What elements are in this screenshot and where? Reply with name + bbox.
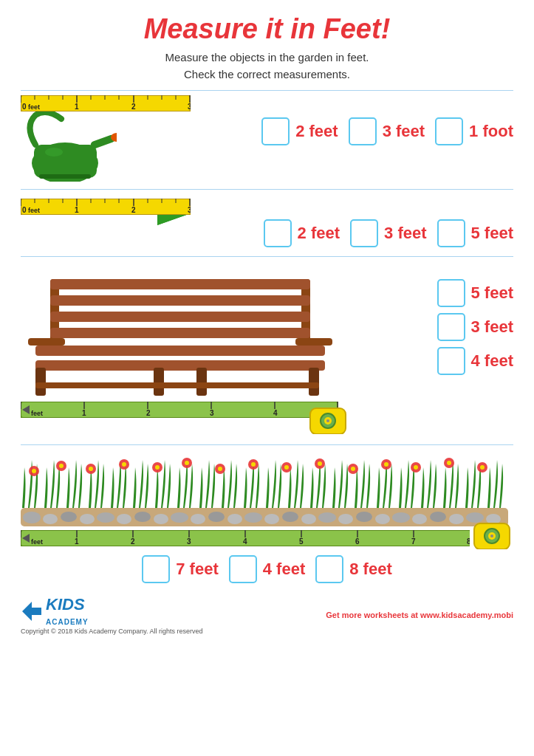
choice-s3-4feet: 4 feet — [437, 347, 513, 375]
bench-area: feet 1 2 3 4 5 — [21, 264, 430, 437]
svg-marker-164 — [22, 602, 41, 621]
label-s2-5feet: 5 feet — [471, 224, 513, 243]
svg-point-111 — [32, 469, 36, 473]
tape-measure-icon-2 — [473, 520, 513, 549]
svg-point-133 — [384, 462, 388, 467]
label-1foot: 1 foot — [469, 122, 513, 141]
svg-text:1: 1 — [75, 537, 79, 546]
svg-text:0: 0 — [22, 103, 27, 111]
footer-left: KIDS ACADEMY Copyright © 2018 Kids Acade… — [21, 595, 203, 635]
checkbox-2feet[interactable] — [261, 117, 290, 145]
choice-3feet: 3 feet — [349, 117, 425, 145]
subtitle: Measure the objects in the garden in fee… — [21, 49, 513, 83]
divider-1 — [21, 90, 513, 91]
footer-copyright: Copyright © 2018 Kids Academy Company. A… — [21, 628, 203, 635]
svg-point-92 — [171, 512, 188, 523]
svg-point-121 — [185, 461, 189, 465]
svg-text:4: 4 — [273, 409, 278, 417]
svg-point-101 — [338, 514, 353, 524]
checkbox-s3-5feet[interactable] — [437, 279, 465, 307]
svg-text:2: 2 — [131, 103, 136, 111]
ruler-4: feet 1 2 3 4 5 6 7 8 — [21, 530, 470, 546]
section4-choices: 7 feet 4 feet 8 feet — [21, 555, 513, 583]
logo: KIDS ACADEMY — [21, 595, 89, 628]
label-s4-7feet: 7 feet — [176, 560, 218, 579]
svg-point-82 — [326, 419, 329, 422]
svg-point-119 — [155, 465, 160, 470]
label-s3-4feet: 4 feet — [471, 351, 513, 371]
svg-point-104 — [392, 512, 410, 523]
garden-icon — [21, 453, 508, 526]
svg-point-106 — [430, 512, 446, 522]
checkbox-s2-5feet[interactable] — [437, 219, 465, 247]
svg-point-95 — [227, 514, 242, 524]
checkbox-3feet[interactable] — [349, 117, 377, 145]
page: Measure it in Feet! Measure the objects … — [0, 0, 534, 756]
svg-point-91 — [154, 514, 168, 524]
svg-rect-52 — [50, 279, 310, 289]
svg-text:feet: feet — [31, 538, 43, 546]
section3-choices: 5 feet 3 feet 4 feet — [437, 264, 513, 375]
choice-s3-3feet: 3 feet — [437, 313, 513, 341]
svg-rect-58 — [28, 338, 65, 346]
section1-choices: 2 feet 3 feet 1 foot — [198, 117, 513, 145]
watering-can-icon — [21, 111, 117, 182]
svg-rect-65 — [21, 402, 338, 418]
svg-rect-64 — [35, 382, 319, 388]
svg-point-139 — [480, 465, 485, 470]
svg-point-105 — [412, 514, 427, 524]
section-shovel: 0 feet 1 2 3 — [21, 194, 513, 252]
svg-text:feet: feet — [28, 103, 40, 111]
label-s4-4feet: 4 feet — [263, 560, 305, 579]
svg-point-23 — [45, 148, 63, 157]
svg-text:3: 3 — [210, 409, 214, 417]
label-s4-8feet: 8 feet — [349, 560, 391, 579]
choice-2feet: 2 feet — [261, 117, 338, 145]
checkbox-s4-8feet[interactable] — [315, 555, 343, 583]
choice-1foot: 1 foot — [435, 117, 513, 145]
divider-2 — [21, 189, 513, 190]
checkbox-s4-4feet[interactable] — [229, 555, 257, 583]
svg-point-127 — [284, 465, 289, 470]
section-garden: feet 1 2 3 4 5 6 7 8 7 feet — [21, 450, 513, 586]
choice-s2-5feet: 5 feet — [437, 219, 513, 247]
svg-point-137 — [447, 461, 451, 465]
svg-text:3: 3 — [187, 537, 191, 546]
checkbox-s2-3feet[interactable] — [350, 219, 378, 247]
svg-point-88 — [97, 512, 114, 523]
svg-point-96 — [244, 512, 262, 523]
choice-s2-3feet: 3 feet — [350, 219, 426, 247]
bench-icon — [21, 264, 338, 397]
svg-point-115 — [89, 467, 93, 471]
section-bench: feet 1 2 3 4 5 — [21, 261, 513, 440]
svg-point-84 — [23, 512, 41, 523]
svg-point-123 — [218, 467, 222, 471]
label-s3-5feet: 5 feet — [471, 284, 513, 303]
divider-4 — [21, 444, 513, 445]
shovel-area: 0 feet 1 2 3 — [21, 199, 191, 244]
svg-point-97 — [264, 514, 279, 524]
svg-rect-62 — [154, 368, 164, 396]
ruler-1: 0 feet 1 2 3 — [21, 95, 191, 111]
svg-rect-54 — [50, 312, 310, 322]
checkbox-1foot[interactable] — [435, 117, 463, 145]
checkbox-s4-7feet[interactable] — [142, 555, 170, 583]
checkbox-s2-2feet[interactable] — [264, 219, 292, 247]
ruler-2: 0 feet 1 2 3 — [21, 199, 191, 215]
svg-point-129 — [318, 461, 322, 466]
svg-point-86 — [61, 512, 77, 522]
checkbox-s3-3feet[interactable] — [437, 313, 465, 341]
svg-rect-55 — [50, 328, 310, 338]
svg-text:8: 8 — [467, 537, 470, 546]
svg-text:6: 6 — [355, 537, 360, 546]
svg-rect-28 — [21, 199, 191, 215]
logo-academy-text: ACADEMY — [46, 618, 89, 626]
svg-text:0: 0 — [22, 206, 27, 214]
checkbox-s3-4feet[interactable] — [437, 347, 465, 375]
choice-s4-8feet: 8 feet — [315, 555, 391, 583]
svg-point-89 — [117, 514, 131, 524]
label-2feet: 2 feet — [295, 122, 338, 141]
watering-can-area: 0 feet 1 2 3 — [21, 95, 191, 182]
footer-get-more: Get more worksheets at www.kidsacademy.m… — [326, 611, 513, 619]
svg-point-94 — [208, 512, 225, 522]
